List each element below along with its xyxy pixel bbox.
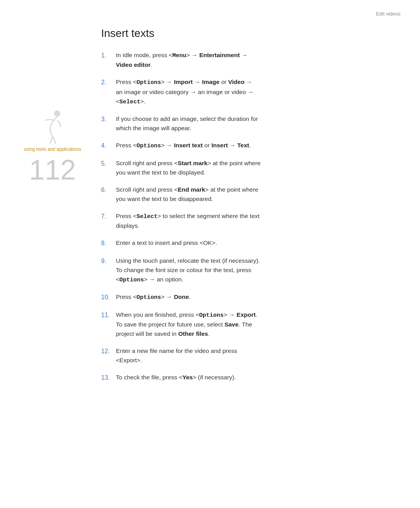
step-item: 12.Enter a new file name for the video a… [101,346,397,365]
step-item: 6.Scroll right and press <End mark> at t… [101,185,397,204]
step-number: 9. [101,256,116,266]
step-text: In Idle mode, press <Menu> → Entertainme… [116,51,397,70]
step-number: 10. [101,292,116,302]
step-number: 7. [101,211,116,222]
step-item: 5.Scroll right and press <Start mark> at… [101,159,397,177]
step-text: When you are finished, press <Options> →… [116,310,397,339]
step-text: Press <Options> → Import → Image or Vide… [116,77,397,106]
step-text: Press <Options> → Insert text or Insert … [116,141,397,150]
page-title: Insert texts [101,27,397,40]
sidebar-figure [37,109,68,144]
step-text: Using the touch panel, relocate the text… [116,256,397,285]
step-number: 5. [101,159,116,169]
step-text: Enter a new file name for the video and … [116,346,397,365]
step-text: Scroll right and press <Start mark> at t… [116,159,397,177]
step-number: 1. [101,51,116,61]
step-item: 10.Press <Options> → Done. [101,292,397,302]
step-text: Press <Options> → Done. [116,292,397,302]
step-number: 4. [101,141,116,151]
step-item: 11.When you are finished, press <Options… [101,310,397,339]
step-item: 1.In Idle mode, press <Menu> → Entertain… [101,51,397,70]
step-item: 2.Press <Options> → Import → Image or Vi… [101,77,397,106]
sidebar-label: using tools and applications [24,146,81,153]
step-item: 9.Using the touch panel, relocate the te… [101,256,397,285]
main-content: Insert texts 1.In Idle mode, press <Menu… [101,0,397,383]
step-item: 3.If you choose to add an image, select … [101,114,397,133]
step-item: 13.To check the file, press <Yes> (if ne… [101,373,397,383]
step-number: 3. [101,114,116,124]
step-text: If you choose to add an image, select th… [116,114,397,133]
step-text: Scroll right and press <End mark> at the… [116,185,397,204]
step-number: 12. [101,346,116,356]
steps-list: 1.In Idle mode, press <Menu> → Entertain… [101,51,397,383]
page-header-label: Edit videos [376,11,401,17]
sidebar-page-number: 112 [29,156,76,184]
step-text: To check the file, press <Yes> (if neces… [116,373,397,382]
step-text: Press <Select> to select the segment whe… [116,211,397,230]
step-number: 6. [101,185,116,195]
step-number: 2. [101,77,116,87]
step-number: 8. [101,238,116,248]
step-number: 13. [101,373,116,383]
step-number: 11. [101,310,116,320]
svg-point-0 [54,110,60,117]
sidebar: using tools and applications 112 [23,109,82,184]
step-text: Enter a text to insert and press <OK>. [116,238,397,248]
step-item: 7.Press <Select> to select the segment w… [101,211,397,230]
step-item: 4.Press <Options> → Insert text or Inser… [101,141,397,151]
step-item: 8.Enter a text to insert and press <OK>. [101,238,397,248]
